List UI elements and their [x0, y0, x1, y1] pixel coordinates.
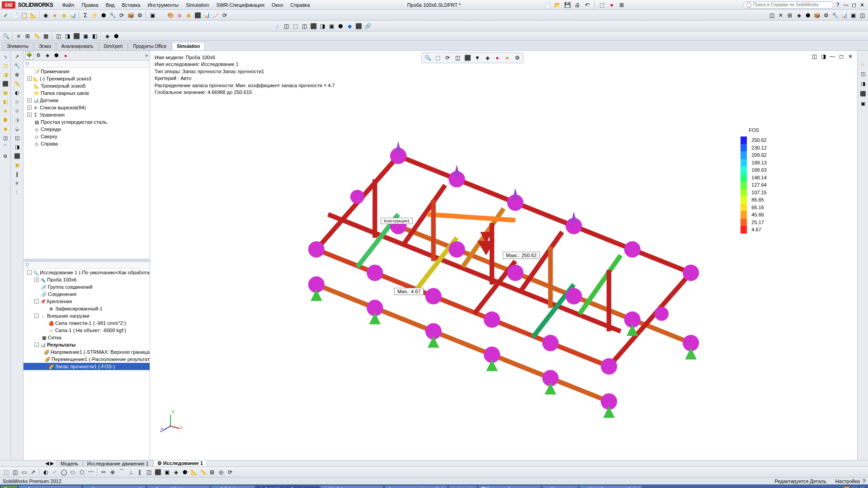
menu-view[interactable]: Вид	[102, 1, 118, 9]
taskbar-item[interactable]: 🔧 SolidWorks Premium ...	[256, 485, 319, 488]
taskbar-item[interactable]: 🌐 Стол для плазменной ...	[83, 485, 146, 488]
tool-icon[interactable]: ◨	[63, 32, 71, 40]
rail-icon[interactable]: ◫	[1, 134, 9, 142]
menu-file[interactable]: Файл	[58, 1, 78, 9]
tool-icon[interactable]: ▣	[849, 11, 857, 19]
tool-icon[interactable]: ⊞	[208, 468, 216, 476]
expand-icon[interactable]: -	[27, 270, 32, 275]
rail-icon[interactable]: ▣	[1, 89, 9, 97]
filter-icon[interactable]: ▽	[25, 61, 29, 67]
tool-icon[interactable]: ⬡	[78, 468, 86, 476]
tool-icon[interactable]: ▦	[42, 32, 50, 40]
tool-icon[interactable]: ⬢	[99, 11, 108, 19]
menu-help[interactable]: Справка	[287, 1, 314, 9]
tool-icon[interactable]: ⟳	[221, 11, 229, 19]
expand-icon[interactable]: -	[34, 314, 39, 318]
tool-icon[interactable]: ✕	[777, 11, 785, 19]
tool-icon[interactable]: ◫	[54, 32, 62, 40]
rail-icon[interactable]: ≡	[13, 179, 21, 187]
tree-node[interactable]: ⊕Зафиксированный-1	[24, 305, 150, 312]
tool-icon[interactable]: ⬛	[72, 32, 80, 40]
tool-icon[interactable]: 📄	[11, 11, 19, 19]
zoom-fit-icon[interactable]: 🔍	[424, 54, 432, 62]
tool-icon[interactable]: ⟳	[226, 468, 234, 476]
expand-icon[interactable]: +	[27, 98, 32, 103]
tool-icon[interactable]: ⬛	[193, 11, 202, 19]
tree-node[interactable]: 📁Папка сварных швов	[24, 89, 150, 97]
tool-icon[interactable]: ▣	[81, 32, 90, 40]
tool-icon[interactable]: 📐	[29, 11, 37, 19]
tool-icon[interactable]: ▣	[148, 11, 156, 19]
tree-node[interactable]: -↓Внешние нагрузки	[24, 312, 150, 319]
tool-icon[interactable]: ●	[51, 11, 59, 19]
tool-icon[interactable]: ◉	[184, 11, 193, 19]
display-icon[interactable]: ↓	[273, 22, 281, 30]
tool-icon[interactable]: 📊	[840, 11, 848, 19]
tool-icon[interactable]: ◫	[11, 468, 19, 476]
tree-node[interactable]: ▤Простая углеродистая сталь	[24, 118, 150, 126]
expand-icon[interactable]: +	[27, 113, 32, 117]
tool-icon[interactable]: ⬚	[2, 468, 10, 476]
zoom-area-icon[interactable]: ⬚	[434, 54, 442, 62]
undo-icon[interactable]: ↶	[583, 1, 591, 9]
taskbar-item[interactable]: 🌐 Допускаемые напряж...	[19, 485, 82, 488]
rail-icon[interactable]: ⊗	[13, 107, 21, 115]
tree-node[interactable]: ◇Спереди	[24, 126, 150, 133]
tab-study1[interactable]: ⚙ Исследование 1	[153, 460, 207, 467]
tool-icon[interactable]: 📋	[20, 11, 28, 19]
rail-icon[interactable]: ◈	[1, 107, 9, 115]
tool-icon[interactable]: ◫	[768, 11, 776, 19]
rebuild-icon[interactable]: ●	[608, 1, 616, 9]
print-icon[interactable]: 🖨	[573, 1, 581, 9]
tree-tab-icon[interactable]: 🌳	[25, 52, 33, 60]
tab-features[interactable]: Элементы	[2, 42, 33, 50]
rail-icon[interactable]: 🔧	[13, 61, 21, 70]
tab-office[interactable]: Продукты Office	[128, 42, 171, 50]
tool-icon[interactable]: ⊞	[24, 32, 32, 40]
rotate-icon[interactable]: ⟳	[443, 54, 452, 62]
display-icon[interactable]: ◫	[300, 22, 308, 30]
rail-icon[interactable]: ⬛	[1, 80, 9, 88]
menu-edit[interactable]: Правка	[78, 1, 102, 9]
status-help-icon[interactable]: ?	[863, 479, 865, 484]
taskbar-item[interactable]: 🔧 50х5,0 запас прочнос...	[320, 485, 383, 488]
tool-icon[interactable]: 📊	[69, 11, 77, 19]
start-button[interactable]: Пуск	[1, 485, 18, 488]
viewport-dual-icon[interactable]: ◨	[819, 52, 827, 61]
menu-insert[interactable]: Вставка	[118, 1, 144, 9]
tool-icon[interactable]: ⬢	[181, 468, 189, 476]
close-icon[interactable]: ✕	[858, 1, 866, 9]
tool-icon[interactable]: ⊕	[108, 468, 117, 476]
tree-node[interactable]: +≡Список вырезов(84)	[24, 104, 150, 111]
rail-icon[interactable]: ▣	[13, 161, 21, 169]
tool-icon[interactable]: 🎨	[166, 11, 175, 19]
zoom-icon[interactable]: 🔍	[2, 32, 10, 40]
tree-node[interactable]: +ΣУравнения	[24, 111, 150, 118]
scene-icon[interactable]: ●	[493, 54, 501, 62]
options-icon[interactable]: ⊞	[618, 1, 626, 9]
rail-icon[interactable]: ◆	[1, 125, 9, 133]
tool-icon[interactable]: 📈	[212, 11, 220, 19]
property-tab-icon[interactable]: ◈	[43, 52, 52, 60]
rail-icon[interactable]: ⊘	[13, 98, 21, 106]
rail-icon[interactable]: ◨	[1, 70, 9, 79]
tree-node[interactable]: 🔗Группа соединений	[24, 283, 150, 291]
tool-icon[interactable]: ◎	[217, 468, 225, 476]
display-icon[interactable]: ◫	[282, 22, 290, 30]
rail-icon[interactable]: ▣	[859, 99, 867, 108]
rail-icon[interactable]: ◒	[13, 125, 21, 133]
tool-icon[interactable]: ◉	[175, 11, 184, 19]
tree-node[interactable]: ▦Сетка	[24, 334, 150, 341]
display-icon[interactable]: ◆	[345, 22, 354, 30]
taskbar-item[interactable]: 🌐 2012 Справка по Solid...	[579, 485, 642, 488]
view-icon[interactable]: ⬛	[463, 54, 472, 62]
tool-icon[interactable]: ◫	[145, 468, 153, 476]
tool-icon[interactable]: ◐	[42, 468, 50, 476]
rail-icon[interactable]: ◨	[13, 143, 21, 151]
menu-simulation[interactable]: Simulation	[182, 1, 212, 9]
viewport-max-icon[interactable]: ◻	[837, 52, 845, 61]
rail-icon[interactable]: ⬛	[859, 89, 867, 98]
section-icon[interactable]: ◫	[453, 54, 462, 62]
taskbar-item[interactable]: 📖 Djvureader	[542, 485, 578, 488]
expand-icon[interactable]: +	[27, 105, 32, 110]
